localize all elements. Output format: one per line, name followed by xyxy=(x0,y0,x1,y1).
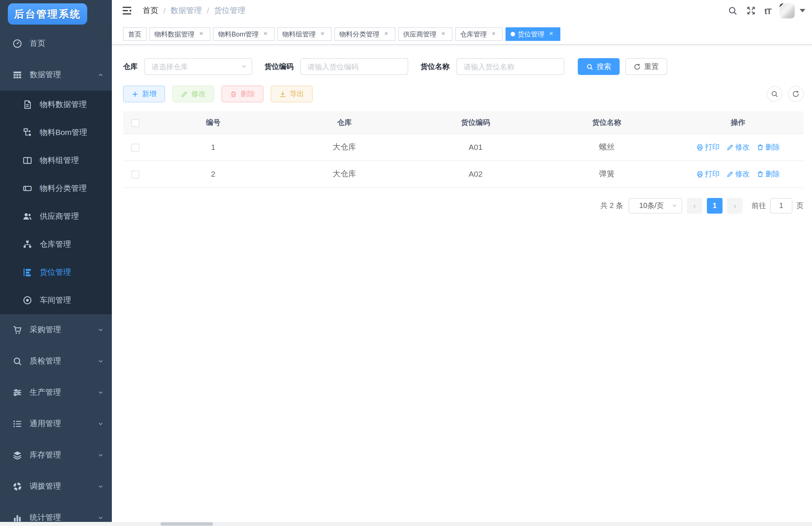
export-button[interactable]: 导出 xyxy=(271,86,313,103)
tab-material-category[interactable]: 物料分类管理 × xyxy=(334,28,396,41)
row-checkbox[interactable] xyxy=(132,144,139,152)
sidebar-item-material-group[interactable]: 物料组管理 xyxy=(0,147,112,174)
prev-page-button[interactable]: ‹ xyxy=(687,198,702,213)
sidebar-item-purchase[interactable]: 采购管理 xyxy=(0,314,112,346)
sidebar-item-label: 物料组管理 xyxy=(40,155,112,166)
scrollbar-thumb[interactable] xyxy=(161,522,213,526)
tab-material-group[interactable]: 物料组管理 × xyxy=(277,28,332,41)
trash-icon xyxy=(756,144,764,151)
chevron-down-icon xyxy=(97,389,104,396)
sidebar-item-data-management[interactable]: 数据管理 xyxy=(0,59,112,91)
breadcrumb-data-management[interactable]: 数据管理 xyxy=(170,6,202,16)
tab-close-icon[interactable]: × xyxy=(198,30,205,38)
edit-button[interactable]: 修改 xyxy=(172,86,214,103)
table-header-row: 编号 仓库 货位编码 货位名称 操作 xyxy=(123,111,804,134)
caret-down-icon[interactable] xyxy=(800,9,805,12)
sidebar-item-storage-location[interactable]: 货位管理 xyxy=(0,258,112,286)
horizontal-scrollbar xyxy=(0,522,812,526)
tab-material-bom[interactable]: 物料Bom管理 × xyxy=(213,28,275,41)
breadcrumb-separator: / xyxy=(163,6,166,15)
sidebar-item-label: 车间管理 xyxy=(40,295,112,305)
header-search-icon[interactable] xyxy=(727,6,737,16)
main-area: 首页 / 数据管理 / 货位管理 tT 首页 物料数据管理 × xyxy=(112,0,812,526)
refresh-table-button[interactable] xyxy=(788,86,804,102)
users-icon xyxy=(22,211,32,221)
tab-warehouse[interactable]: 仓库管理 × xyxy=(455,28,503,41)
sidebar-item-label: 物料分类管理 xyxy=(40,183,112,193)
sidebar-item-quality[interactable]: 质检管理 xyxy=(0,346,112,377)
breadcrumb-separator: / xyxy=(207,6,209,15)
sidebar-item-material-category[interactable]: 物料分类管理 xyxy=(0,174,112,202)
page-size-select[interactable]: 10条/页 xyxy=(629,198,682,213)
cell-id: 1 xyxy=(148,134,279,161)
font-size-icon[interactable]: tT xyxy=(764,6,771,16)
plus-icon xyxy=(132,90,139,98)
row-edit-link[interactable]: 修改 xyxy=(726,169,750,179)
sidebar-item-label: 统计管理 xyxy=(30,513,98,523)
select-all-checkbox[interactable] xyxy=(132,119,139,127)
tab-close-icon[interactable]: × xyxy=(440,30,447,38)
pencil-icon xyxy=(726,170,734,178)
sidebar-item-label: 通用管理 xyxy=(30,419,98,429)
tab-close-icon[interactable]: × xyxy=(547,30,555,38)
location-code-input[interactable] xyxy=(300,58,409,75)
refresh-icon xyxy=(634,63,641,70)
bar-chart-icon xyxy=(12,513,22,523)
breadcrumb-home[interactable]: 首页 xyxy=(143,6,158,16)
sidebar-item-warehouse[interactable]: 仓库管理 xyxy=(0,230,112,258)
search-button[interactable]: 搜索 xyxy=(578,58,620,75)
location-name-input[interactable] xyxy=(456,58,564,75)
sidebar-item-home[interactable]: 首页 xyxy=(0,28,112,59)
chevron-down-icon xyxy=(671,202,678,209)
sidebar-item-workshop[interactable]: 车间管理 xyxy=(0,286,112,314)
warehouse-select[interactable] xyxy=(144,58,252,75)
sidebar-item-general[interactable]: 通用管理 xyxy=(0,408,112,440)
row-delete-link[interactable]: 删除 xyxy=(756,142,780,152)
pagination-goto: 前往 页 xyxy=(752,198,804,213)
sidebar-item-label: 库存管理 xyxy=(30,450,98,460)
tab-label: 供应商管理 xyxy=(403,29,437,39)
sidebar-item-supplier[interactable]: 供应商管理 xyxy=(0,202,112,230)
tab-close-icon[interactable]: × xyxy=(490,30,498,38)
page-number-1[interactable]: 1 xyxy=(707,198,723,213)
trash-icon xyxy=(230,90,237,98)
row-checkbox[interactable] xyxy=(132,171,139,179)
tab-supplier[interactable]: 供应商管理 × xyxy=(398,28,453,41)
pagination: 共 2 条 10条/页 ‹ 1 › 前往 页 xyxy=(123,198,804,213)
cell-code: A01 xyxy=(410,134,541,161)
tab-home[interactable]: 首页 xyxy=(123,28,147,41)
tab-close-icon[interactable]: × xyxy=(262,30,270,38)
goto-page-input[interactable] xyxy=(770,198,793,213)
menu-fold-icon[interactable] xyxy=(122,5,133,16)
tags-view-bar: 首页 物料数据管理 × 物料Bom管理 × 物料组管理 × 物料分类管理 × 供… xyxy=(112,21,812,45)
tab-close-icon[interactable]: × xyxy=(383,30,390,38)
sidebar-item-label: 数据管理 xyxy=(30,70,98,80)
toggle-search-button[interactable] xyxy=(767,86,783,102)
pencil-icon xyxy=(181,90,188,98)
next-page-button[interactable]: › xyxy=(727,198,743,213)
row-delete-link[interactable]: 删除 xyxy=(756,169,780,179)
tab-storage-location[interactable]: 货位管理 × xyxy=(506,28,560,41)
sidebar-item-label: 生产管理 xyxy=(30,388,98,398)
print-link[interactable]: 打印 xyxy=(696,142,720,152)
delete-button[interactable]: 删除 xyxy=(221,86,264,103)
sidebar-item-transfer[interactable]: 调拨管理 xyxy=(0,471,112,502)
cell-warehouse: 大仓库 xyxy=(279,134,410,161)
tab-material-data[interactable]: 物料数据管理 × xyxy=(150,28,211,41)
fullscreen-icon[interactable] xyxy=(746,6,756,16)
sidebar-item-production[interactable]: 生产管理 xyxy=(0,377,112,408)
add-button[interactable]: 新增 xyxy=(123,86,165,103)
document-icon xyxy=(22,100,32,110)
chevron-down-icon xyxy=(97,421,104,427)
breadcrumb-current: 货位管理 xyxy=(214,6,245,16)
reset-button[interactable]: 重置 xyxy=(625,58,667,75)
row-edit-link[interactable]: 修改 xyxy=(726,142,750,152)
tab-close-icon[interactable]: × xyxy=(319,30,327,38)
user-avatar[interactable] xyxy=(780,3,795,18)
sidebar-item-material-bom[interactable]: 物料Bom管理 xyxy=(0,119,112,147)
sidebar-item-inventory[interactable]: 库存管理 xyxy=(0,440,112,471)
print-link[interactable]: 打印 xyxy=(696,169,720,179)
sidebar-item-material-data[interactable]: 物料数据管理 xyxy=(0,91,112,119)
sidebar-item-label: 采购管理 xyxy=(30,325,98,335)
column-header-id: 编号 xyxy=(148,111,279,134)
